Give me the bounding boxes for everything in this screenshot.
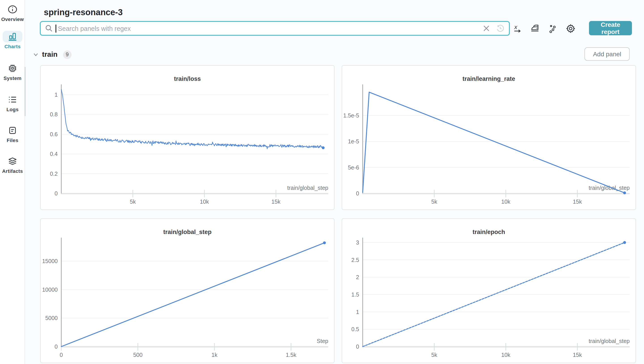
svg-text:1k: 1k — [211, 352, 218, 358]
svg-text:0: 0 — [55, 190, 58, 196]
sidebar-item-artifacts[interactable]: Artifacts — [0, 156, 25, 174]
svg-text:2.5: 2.5 — [351, 257, 359, 263]
outliers-icon[interactable] — [547, 23, 559, 34]
svg-text:10k: 10k — [200, 198, 209, 205]
svg-text:1: 1 — [356, 309, 359, 315]
svg-text:train/global_step: train/global_step — [589, 338, 630, 344]
panel-settings-gear-icon[interactable] — [565, 23, 576, 34]
svg-text:5k: 5k — [431, 198, 437, 205]
smoothing-icon[interactable] — [529, 23, 541, 34]
clear-search-icon[interactable] — [483, 25, 490, 32]
sidebar-item-label: Overview — [1, 16, 24, 22]
panel-count-badge: 9 — [63, 50, 71, 59]
sidebar-item-logs[interactable]: Logs — [0, 94, 25, 112]
svg-text:x: x — [514, 24, 517, 30]
chart-panel-train-epoch[interactable]: train/epoch 00.511.522.535k10k15ktrain/g… — [342, 218, 636, 363]
search-icon — [45, 24, 53, 32]
svg-text:10k: 10k — [501, 198, 511, 205]
document-icon — [3, 124, 22, 136]
svg-text:15k: 15k — [573, 198, 582, 205]
list-icon — [3, 94, 22, 106]
svg-text:0.6: 0.6 — [50, 131, 58, 137]
svg-text:0: 0 — [60, 352, 63, 358]
svg-text:5k: 5k — [130, 198, 136, 205]
sidebar-item-label: Charts — [5, 44, 21, 49]
svg-text:0.5: 0.5 — [351, 326, 359, 332]
svg-text:0.2: 0.2 — [50, 170, 58, 177]
run-sidebar: Overview Charts System — [0, 0, 25, 364]
svg-text:5e-6: 5e-6 — [348, 164, 359, 170]
sidebar-item-charts[interactable]: Charts — [0, 31, 25, 49]
sidebar-resize-handle[interactable] — [25, 67, 26, 116]
sidebar-item-label: System — [4, 76, 22, 81]
svg-text:1.5e-5: 1.5e-5 — [343, 112, 359, 118]
sidebar-item-label: Logs — [7, 107, 19, 112]
svg-text:1.5k: 1.5k — [286, 352, 297, 358]
search-input[interactable] — [56, 25, 483, 32]
sidebar-item-overview[interactable]: Overview — [0, 4, 25, 22]
svg-text:0.4: 0.4 — [50, 151, 58, 157]
sidebar-item-files[interactable]: Files — [0, 124, 25, 143]
history-icon[interactable] — [496, 24, 505, 32]
section-header-train: train 9 — [32, 48, 71, 61]
sidebar-item-label: Files — [7, 138, 18, 143]
info-icon — [3, 4, 22, 15]
svg-text:10k: 10k — [501, 352, 511, 358]
svg-text:15000: 15000 — [42, 258, 58, 264]
svg-text:1.5: 1.5 — [351, 292, 359, 298]
svg-text:15k: 15k — [272, 198, 281, 205]
svg-text:500: 500 — [133, 352, 143, 358]
svg-text:0: 0 — [356, 190, 359, 196]
svg-text:15k: 15k — [573, 352, 582, 358]
sidebar-item-label: Artifacts — [2, 168, 23, 174]
create-report-button[interactable]: Create report — [589, 21, 632, 35]
chart-panel-train-learning-rate[interactable]: train/learning_rate 05e-61e-51.5e-55k10k… — [342, 65, 636, 210]
svg-text:5000: 5000 — [45, 315, 58, 321]
svg-text:train/global_step: train/global_step — [589, 185, 630, 191]
svg-text:1e-5: 1e-5 — [348, 138, 359, 144]
sidebar-item-system[interactable]: System — [0, 62, 25, 81]
chart-panel-train-global-step[interactable]: train/global_step 05000100001500005001k1… — [40, 218, 335, 363]
panel-search-bar[interactable] — [40, 21, 510, 36]
chevron-down-icon[interactable] — [32, 51, 39, 58]
page-title: spring-resonance-3 — [44, 7, 123, 17]
svg-text:3: 3 — [356, 240, 359, 246]
svg-text:0.8: 0.8 — [50, 111, 58, 118]
layers-icon — [3, 156, 22, 167]
bar-chart-icon — [3, 31, 22, 42]
wandb-run-workspace: Overview Charts System — [0, 0, 644, 364]
x-axis-settings-icon[interactable]: x — [512, 23, 523, 34]
svg-text:0: 0 — [55, 344, 58, 350]
svg-text:1: 1 — [55, 92, 58, 98]
svg-text:5k: 5k — [431, 352, 437, 358]
chart-panel-train-loss[interactable]: train/loss 00.20.40.60.815k10k15ktrain/g… — [40, 65, 335, 210]
section-name[interactable]: train — [42, 50, 58, 58]
svg-text:2: 2 — [356, 274, 359, 280]
svg-text:0: 0 — [356, 344, 359, 350]
svg-text:10000: 10000 — [42, 286, 58, 293]
chip-icon — [3, 62, 22, 74]
add-panel-button[interactable]: Add panel — [584, 47, 630, 61]
svg-text:Step: Step — [317, 338, 328, 344]
svg-text:train/global_step: train/global_step — [287, 185, 328, 191]
